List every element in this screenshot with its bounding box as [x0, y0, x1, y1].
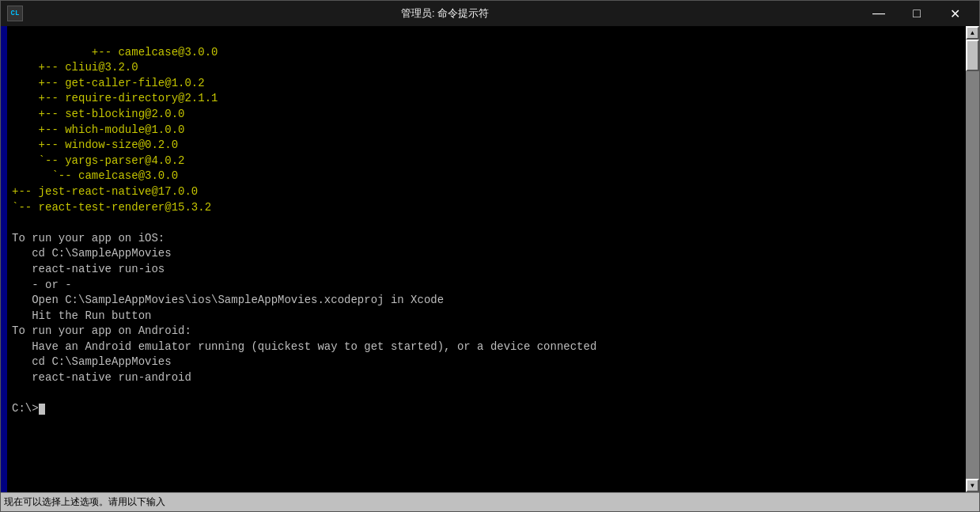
- scroll-up-button[interactable]: ▲: [966, 26, 979, 40]
- line-22: react-native run-android: [12, 371, 191, 384]
- line-3: +-- get-caller-file@1.0.2: [12, 77, 205, 89]
- close-button[interactable]: ✕: [936, 1, 973, 26]
- scrollbar[interactable]: ▲ ▼: [966, 26, 979, 492]
- line-13: To run your app on iOS:: [12, 232, 165, 245]
- app-icon: CL: [7, 6, 23, 21]
- line-5: +-- set-blocking@2.0.0: [12, 108, 184, 120]
- title-bar: CL 管理员: 命令提示符 — □ ✕: [1, 1, 979, 26]
- line-11: `-- react-test-renderer@15.3.2: [12, 201, 211, 214]
- scroll-down-button[interactable]: ▼: [966, 479, 979, 492]
- line-6: +-- which-module@1.0.0: [12, 123, 184, 136]
- line-20: Have an Android emulator running (quicke…: [12, 340, 596, 353]
- line-2: +-- cliui@3.2.0: [12, 61, 138, 74]
- line-4: +-- require-directory@2.1.1: [12, 92, 218, 104]
- line-1: +-- camelcase@3.0.0: [65, 46, 218, 59]
- terminal-output[interactable]: +-- camelcase@3.0.0 +-- cliui@3.2.0 +-- …: [7, 26, 966, 492]
- line-17: Open C:\SampleAppMovies\ios\SampleAppMov…: [12, 294, 444, 306]
- window-controls: — □ ✕: [861, 1, 973, 26]
- line-21: cd C:\SampleAppMovies: [12, 355, 172, 368]
- minimize-button[interactable]: —: [861, 1, 897, 26]
- line-7: +-- window-size@0.2.0: [12, 138, 178, 151]
- content-area: +-- camelcase@3.0.0 +-- cliui@3.2.0 +-- …: [1, 26, 979, 492]
- maximize-button[interactable]: □: [899, 1, 935, 26]
- command-prompt: C:\>: [12, 402, 39, 415]
- line-19: To run your app on Android:: [12, 324, 191, 337]
- line-15: react-native run-ios: [12, 263, 165, 275]
- cursor: [39, 404, 45, 415]
- line-18: Hit the Run button: [12, 309, 151, 322]
- scroll-thumb[interactable]: [966, 40, 979, 71]
- line-10: +-- jest-react-native@17.0.0: [12, 185, 198, 198]
- left-sidebar: [1, 26, 7, 492]
- bottom-bar: 现在可以选择上述选项。请用以下输入: [1, 492, 979, 511]
- line-9: `-- camelcase@3.0.0: [12, 169, 178, 182]
- line-14: cd C:\SampleAppMovies: [12, 247, 172, 260]
- window-title: 管理员: 命令提示符: [29, 6, 861, 21]
- scroll-track[interactable]: [966, 40, 979, 479]
- terminal-lines: +-- camelcase@3.0.0 +-- cliui@3.2.0 +-- …: [12, 29, 961, 432]
- bottom-status-text: 现在可以选择上述选项。请用以下输入: [4, 495, 165, 509]
- line-16: - or -: [12, 279, 72, 291]
- line-8: `-- yargs-parser@4.0.2: [12, 154, 184, 167]
- window: CL 管理员: 命令提示符 — □ ✕ +-- camelcase@3.0.0 …: [0, 0, 980, 512]
